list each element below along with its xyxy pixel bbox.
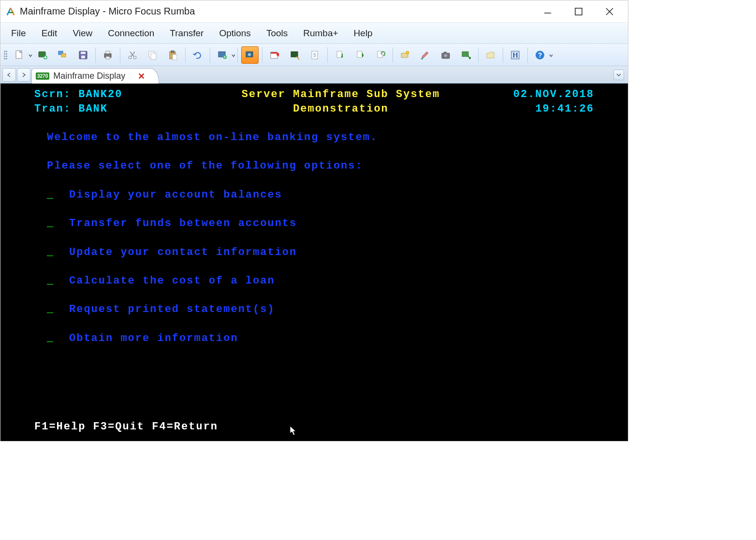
menu-edit[interactable]: Edit xyxy=(35,25,64,42)
transfer-upload-icon[interactable] xyxy=(351,46,369,64)
scrn-label: Scrn: xyxy=(34,88,71,100)
svg-point-25 xyxy=(248,53,251,56)
save-icon[interactable] xyxy=(74,46,92,64)
undo-icon[interactable] xyxy=(189,46,206,64)
svg-rect-39 xyxy=(444,52,447,53)
input-cursor[interactable]: _ xyxy=(47,274,60,288)
screen-capture-icon[interactable] xyxy=(214,46,231,64)
window-controls xyxy=(539,3,623,20)
svg-point-35 xyxy=(406,51,409,54)
document-open-icon[interactable] xyxy=(482,46,499,64)
svg-rect-20 xyxy=(171,51,174,53)
screen-title-2: Demonstration xyxy=(184,102,497,116)
svg-rect-11 xyxy=(81,56,85,58)
toolbar: 5 H ? xyxy=(0,44,628,66)
close-button[interactable] xyxy=(601,3,618,20)
print-icon[interactable] xyxy=(99,46,116,64)
color-brush-icon[interactable] xyxy=(417,46,434,64)
session-tab[interactable]: 3270 Mainframe Display ✕ xyxy=(31,68,159,84)
menu-options[interactable]: Options xyxy=(212,25,257,42)
option-row[interactable]: _Update your contact information xyxy=(0,245,628,260)
connect-icon[interactable] xyxy=(34,46,51,64)
camera-snapshot-icon[interactable] xyxy=(437,46,454,64)
menu-bar: File Edit View Connection Transfer Optio… xyxy=(0,23,628,44)
copy-icon[interactable] xyxy=(144,46,161,64)
svg-rect-14 xyxy=(106,57,110,59)
option-label: Update your contact information xyxy=(60,245,297,260)
dropdown-icon[interactable] xyxy=(29,51,32,59)
screen-area-icon[interactable] xyxy=(286,46,304,64)
calendar-flag-icon[interactable] xyxy=(266,46,283,64)
menu-help[interactable]: Help xyxy=(347,25,379,42)
help-icon[interactable]: ? xyxy=(531,46,549,64)
macro-record-icon[interactable] xyxy=(241,46,259,64)
menu-rumba-plus[interactable]: Rumba+ xyxy=(296,25,345,42)
paste-icon[interactable] xyxy=(164,46,182,64)
tran-label: Tran: xyxy=(34,103,71,115)
screen-date: 02.NOV.2018 xyxy=(497,87,594,102)
scrn-value: BANK20 xyxy=(78,88,122,100)
svg-text:H: H xyxy=(512,51,518,59)
function-keys: F1=Help F3=Quit F4=Return xyxy=(34,420,218,434)
svg-rect-36 xyxy=(421,58,423,59)
svg-rect-1 xyxy=(575,8,582,15)
app-icon xyxy=(5,6,16,17)
svg-rect-27 xyxy=(271,52,277,54)
screen-title-1: Server Mainframe Sub System xyxy=(184,87,497,102)
input-cursor[interactable]: _ xyxy=(47,331,60,346)
option-row[interactable]: _Obtain more information xyxy=(0,331,628,346)
transfer-refresh-icon[interactable] xyxy=(372,46,389,64)
svg-text:5: 5 xyxy=(313,53,316,58)
tabs-row: 3270 Mainframe Display ✕ xyxy=(0,66,628,84)
option-label: Obtain more information xyxy=(60,331,238,346)
input-cursor[interactable]: _ xyxy=(47,216,60,231)
tab-label: Mainframe Display xyxy=(53,71,125,81)
svg-rect-31 xyxy=(337,51,342,57)
sessions-icon[interactable] xyxy=(54,46,72,64)
menu-connection[interactable]: Connection xyxy=(101,25,161,42)
minimize-button[interactable] xyxy=(539,3,556,20)
tab-menu-icon[interactable] xyxy=(613,70,624,80)
svg-rect-10 xyxy=(81,52,86,54)
option-label: Transfer funds between accounts xyxy=(60,216,297,231)
tab-back-icon[interactable] xyxy=(2,68,16,82)
svg-rect-18 xyxy=(151,53,156,59)
key-mapping-icon[interactable] xyxy=(396,46,414,64)
input-cursor[interactable]: _ xyxy=(47,245,60,260)
menu-file[interactable]: File xyxy=(4,25,33,42)
dropdown-icon[interactable] xyxy=(232,51,235,59)
terminal-screen[interactable]: Scrn: BANK20 Server Mainframe Sub System… xyxy=(0,84,628,441)
option-label: Display your account balances xyxy=(60,188,282,202)
new-document-icon[interactable] xyxy=(11,46,28,64)
option-label: Calculate the cost of a loan xyxy=(60,274,275,288)
option-row[interactable]: _Request printed statement(s) xyxy=(0,302,628,317)
tab-close-icon[interactable]: ✕ xyxy=(138,71,145,82)
page-num-icon[interactable]: 5 xyxy=(306,46,324,64)
tran-value: BANK xyxy=(78,103,108,115)
history-icon[interactable]: H xyxy=(507,46,524,64)
input-cursor[interactable]: _ xyxy=(47,302,60,317)
screen-time: 19:41:26 xyxy=(497,102,594,116)
menu-view[interactable]: View xyxy=(66,25,99,42)
svg-point-38 xyxy=(444,54,447,57)
title-bar: Mainframe Display - Micro Focus Rumba xyxy=(0,0,628,23)
maximize-button[interactable] xyxy=(570,3,587,20)
svg-rect-8 xyxy=(61,54,66,57)
transfer-download-icon[interactable] xyxy=(331,46,349,64)
toolbar-grip xyxy=(3,51,7,59)
menu-tools[interactable]: Tools xyxy=(260,25,294,42)
window-title: Mainframe Display - Micro Focus Rumba xyxy=(20,6,195,17)
option-label: Request printed statement(s) xyxy=(60,302,275,317)
menu-transfer[interactable]: Transfer xyxy=(163,25,210,42)
option-row[interactable]: _Display your account balances xyxy=(0,188,628,202)
option-row[interactable]: _Calculate the cost of a loan xyxy=(0,274,628,288)
tab-forward-icon[interactable] xyxy=(17,68,30,82)
option-row[interactable]: _Transfer funds between accounts xyxy=(0,216,628,231)
svg-text:?: ? xyxy=(538,51,542,59)
cut-icon[interactable] xyxy=(124,46,141,64)
dropdown-icon[interactable] xyxy=(549,51,553,59)
svg-rect-13 xyxy=(106,51,110,54)
input-cursor[interactable]: _ xyxy=(47,188,60,202)
screen-export-icon[interactable] xyxy=(457,46,475,64)
welcome-text: Welcome to the almost on-line banking sy… xyxy=(0,130,628,145)
